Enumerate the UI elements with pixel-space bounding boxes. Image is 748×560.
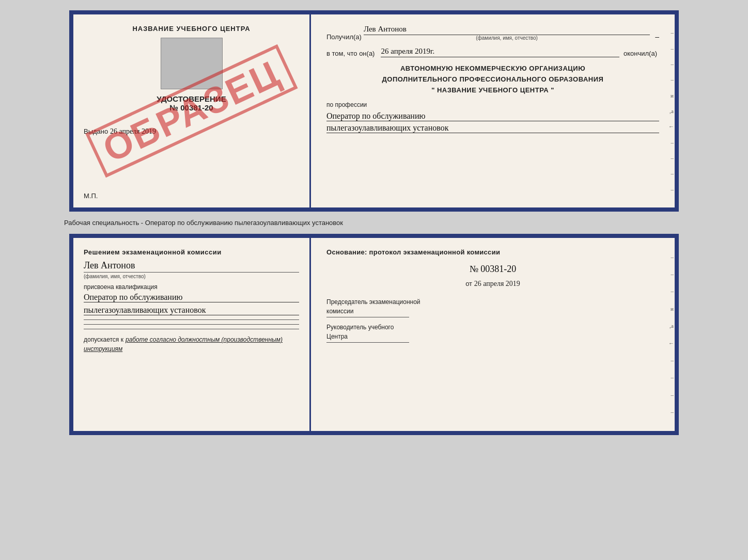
mp-label: М.П. (84, 192, 98, 200)
bottom-name: Лев Антонов (84, 260, 299, 271)
protocol-number: № 00381-20 (326, 264, 659, 275)
received-name: Лев Антонов (364, 25, 650, 35)
chairman-sig-line (326, 317, 409, 317)
underline-1 (84, 319, 299, 320)
org-line2: ДОПОЛНИТЕЛЬНОГО ПРОФЕССИОНАЛЬНОГО ОБРАЗО… (326, 75, 659, 83)
osnov-label: Основание: протокол экзаменационной коми… (326, 248, 659, 256)
profession-label: по профессии (326, 101, 659, 108)
org-line1: АВТОНОМНУЮ НЕКОММЕРЧЕСКУЮ ОРГАНИЗАЦИЮ (326, 65, 659, 72)
cert-title: УДОСТОВЕРЕНИЕ (84, 94, 299, 103)
chairman-label1: Председатель экзаменационной (326, 298, 659, 306)
bottom-name-sub: (фамилия, имя, отчество) (84, 272, 299, 279)
inthat-line: в том, что он(а) 26 апреля 2019г. окончи… (326, 47, 659, 57)
bottom-right-panel: Основание: протокол экзаменационной коми… (311, 238, 675, 431)
ot-date: от 26 апреля 2019 (326, 280, 659, 288)
org-block: АВТОНОМНУЮ НЕКОММЕРЧЕСКУЮ ОРГАНИЗАЦИЮ ДО… (326, 65, 659, 94)
rukov-label2: Центра (326, 333, 659, 340)
certificate-container: НАЗВАНИЕ УЧЕБНОГО ЦЕНТРА УДОСТОВЕРЕНИЕ №… (64, 10, 684, 435)
допускается-label: допускается к (84, 336, 123, 343)
rukov-label1: Руководитель учебного (326, 324, 659, 331)
finished-label: окончил(а) (624, 50, 657, 57)
bottom-left-panel: Решением экзаменационной комиссии Лев Ан… (73, 238, 311, 431)
chairman-block: Председатель экзаменационной комиссии (326, 298, 659, 317)
profession-line2: пылегазоулавливающих установок (326, 123, 659, 133)
name-block: Лев Антонов (фамилия, имя, отчество) (364, 25, 650, 41)
underline-2 (84, 324, 299, 325)
top-document: НАЗВАНИЕ УЧЕБНОГО ЦЕНТРА УДОСТОВЕРЕНИЕ №… (69, 10, 679, 212)
qualification-label: присвоена квалификация (84, 283, 299, 291)
dash1: – (655, 33, 659, 41)
underline-3 (84, 329, 299, 329)
bottom-document: Решением экзаменационной комиссии Лев Ан… (69, 234, 679, 435)
org-line3: " НАЗВАНИЕ УЧЕБНОГО ЦЕНТРА " (326, 86, 659, 94)
right-margin-lines-bottom: – – – и ‚а ← – – – – (667, 238, 675, 431)
right-margin-lines: – – – – и ‚а ← – – – – (667, 14, 675, 207)
chairman-label2: комиссии (326, 308, 659, 315)
center-name-top: НАЗВАНИЕ УЧЕБНОГО ЦЕНТРА (84, 25, 299, 33)
ot-date-value: 26 апреля 2019 (474, 280, 520, 287)
rukov-block: Руководитель учебного Центра (326, 324, 659, 343)
qual-line1: Оператор по обслуживанию (84, 293, 299, 302)
profession-block: по профессии Оператор по обслуживанию пы… (326, 101, 659, 133)
name-sub: (фамилия, имя, отчество) (364, 35, 650, 41)
issued-label: Выдано (84, 127, 108, 135)
issued-date: 26 апреля 2019 (110, 127, 156, 135)
допускается-block: допускается к работе согласно должностны… (84, 334, 299, 353)
top-right-panel: Получил(а) Лев Антонов (фамилия, имя, от… (311, 14, 675, 207)
rukov-sig-line (326, 342, 409, 343)
top-left-panel: НАЗВАНИЕ УЧЕБНОГО ЦЕНТРА УДОСТОВЕРЕНИЕ №… (73, 14, 311, 207)
photo-area (161, 38, 223, 89)
inthat-label: в том, что он(а) (326, 50, 375, 57)
separator-text: Рабочая специальность - Оператор по обсл… (64, 219, 343, 227)
ot-label: от (465, 280, 472, 287)
inthat-date: 26 апреля 2019г. (381, 47, 619, 57)
received-line: Получил(а) Лев Антонов (фамилия, имя, от… (326, 25, 659, 41)
received-label: Получил(а) (326, 33, 362, 41)
profession-line1: Оператор по обслуживанию (326, 111, 659, 121)
cert-issued: Выдано 26 апреля 2019 (84, 127, 299, 136)
bottom-title: Решением экзаменационной комиссии (84, 248, 299, 256)
qual-line2: пылегазоулавливающих установок (84, 306, 299, 315)
cert-number: № 00381-20 (84, 103, 299, 112)
